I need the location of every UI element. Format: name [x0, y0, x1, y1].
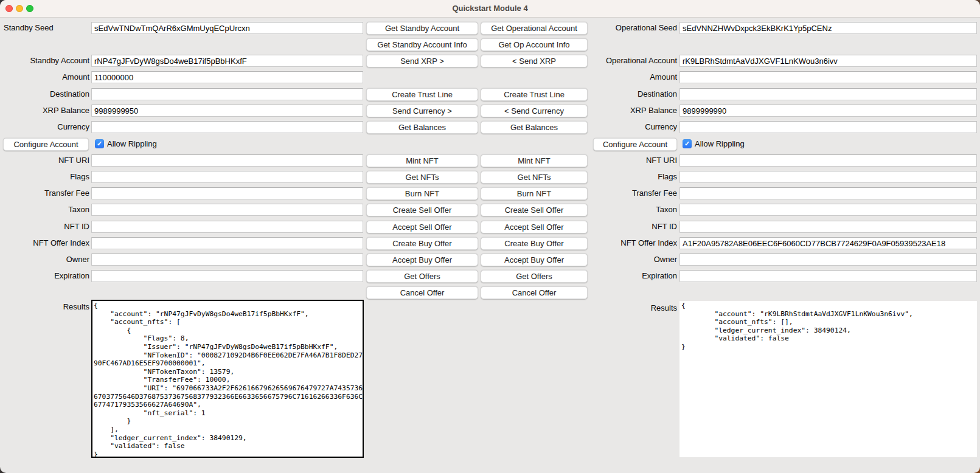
operational-expiration-label: Expiration: [578, 270, 677, 282]
standby-nft-uri-label: NFT URI: [0, 154, 89, 167]
standby-results-label: Results: [0, 301, 89, 313]
standby-seed-input[interactable]: [91, 22, 363, 34]
operational-nft-uri-input[interactable]: [679, 154, 977, 167]
operational-transfer-fee-label: Transfer Fee: [578, 187, 677, 199]
allow-rippling-operational-label: Allow Rippling: [695, 138, 745, 150]
get-offers-standby-button[interactable]: Get Offers: [366, 270, 478, 283]
get-operational-account-button[interactable]: Get Operational Account: [481, 22, 588, 35]
operational-flags-input[interactable]: [679, 171, 977, 183]
window-title: Quickstart Module 4: [0, 0, 980, 17]
titlebar: Quickstart Module 4: [0, 0, 980, 18]
operational-taxon-input[interactable]: [679, 204, 977, 216]
operational-account-label: Operational Account: [578, 55, 677, 67]
operational-currency-label: Currency: [578, 121, 677, 133]
standby-xrp-balance-input[interactable]: [91, 105, 363, 117]
operational-amount-input[interactable]: [679, 71, 977, 83]
operational-currency-input[interactable]: [679, 121, 977, 133]
mint-nft-standby-button[interactable]: Mint NFT: [366, 154, 478, 167]
create-buy-offer-operational-button[interactable]: Create Buy Offer: [481, 237, 588, 250]
configure-account-standby-button[interactable]: Configure Account: [3, 138, 89, 151]
get-nfts-standby-button[interactable]: Get NFTs: [366, 171, 478, 184]
standby-amount-input[interactable]: [91, 71, 363, 83]
operational-results-text[interactable]: { "account": "rK9LBRhStdmtAaVdJXGVF1LnKW…: [679, 301, 977, 457]
burn-nft-operational-button[interactable]: Burn NFT: [481, 187, 588, 200]
operational-results-label: Results: [578, 302, 677, 314]
standby-nft-offer-index-label: NFT Offer Index: [0, 237, 89, 249]
operational-account-input[interactable]: [679, 55, 977, 67]
accept-buy-offer-operational-button[interactable]: Accept Buy Offer: [481, 254, 588, 266]
operational-seed-input[interactable]: [679, 22, 977, 34]
standby-currency-input[interactable]: [91, 121, 363, 133]
standby-account-input[interactable]: [91, 55, 363, 67]
send-currency-standby-button[interactable]: Send Currency >: [366, 105, 478, 117]
accept-sell-offer-operational-button[interactable]: Accept Sell Offer: [481, 221, 588, 233]
standby-seed-label: Standby Seed: [0, 22, 93, 34]
get-balances-operational-button[interactable]: Get Balances: [481, 121, 588, 134]
accept-sell-offer-standby-button[interactable]: Accept Sell Offer: [366, 221, 478, 233]
get-op-account-info-button[interactable]: Get Op Account Info: [481, 38, 588, 51]
cancel-offer-operational-button[interactable]: Cancel Offer: [481, 286, 588, 299]
standby-taxon-label: Taxon: [0, 204, 89, 216]
burn-nft-standby-button[interactable]: Burn NFT: [366, 187, 478, 200]
standby-flags-input[interactable]: [91, 171, 363, 183]
get-standby-account-button[interactable]: Get Standby Account: [366, 22, 478, 35]
standby-nft-uri-input[interactable]: [91, 154, 363, 167]
send-xrp-standby-button[interactable]: Send XRP >: [366, 55, 478, 67]
cancel-offer-standby-button[interactable]: Cancel Offer: [366, 286, 478, 299]
standby-nft-id-label: NFT ID: [0, 221, 89, 233]
standby-xrp-balance-label: XRP Balance: [0, 105, 89, 117]
standby-owner-label: Owner: [0, 254, 89, 266]
operational-flags-label: Flags: [578, 171, 677, 183]
operational-nft-id-input[interactable]: [679, 221, 977, 233]
operational-taxon-label: Taxon: [578, 204, 677, 216]
standby-destination-input[interactable]: [91, 88, 363, 100]
standby-results-text[interactable]: { "account": "rNP47gJFvDyW8gsDo4weB17if5…: [91, 300, 364, 458]
standby-currency-label: Currency: [0, 121, 89, 133]
mint-nft-operational-button[interactable]: Mint NFT: [481, 154, 588, 167]
create-buy-offer-standby-button[interactable]: Create Buy Offer: [366, 237, 478, 250]
standby-transfer-fee-label: Transfer Fee: [0, 187, 89, 199]
get-offers-operational-button[interactable]: Get Offers: [481, 270, 588, 283]
get-balances-standby-button[interactable]: Get Balances: [366, 121, 478, 134]
operational-destination-label: Destination: [578, 88, 677, 100]
allow-rippling-operational-checkbox[interactable]: [683, 139, 692, 148]
operational-seed-label: Operational Seed: [578, 22, 677, 34]
send-currency-operational-button[interactable]: < Send Currency: [481, 105, 588, 117]
standby-nft-offer-index-input[interactable]: [91, 237, 363, 249]
create-sell-offer-operational-button[interactable]: Create Sell Offer: [481, 204, 588, 216]
standby-taxon-input[interactable]: [91, 204, 363, 216]
operational-destination-input[interactable]: [679, 88, 977, 100]
standby-flags-label: Flags: [0, 171, 89, 183]
standby-account-label: Standby Account: [0, 55, 89, 67]
app-window: Quickstart Module 4 Standby Seed Standby…: [0, 0, 980, 473]
get-nfts-operational-button[interactable]: Get NFTs: [481, 171, 588, 184]
create-trust-line-operational-button[interactable]: Create Trust Line: [481, 88, 588, 101]
send-xrp-operational-button[interactable]: < Send XRP: [481, 55, 588, 67]
operational-amount-label: Amount: [578, 71, 677, 83]
operational-xrp-balance-label: XRP Balance: [578, 105, 677, 117]
standby-nft-id-input[interactable]: [91, 221, 363, 233]
standby-expiration-input[interactable]: [91, 270, 363, 282]
operational-owner-input[interactable]: [679, 254, 977, 266]
operational-xrp-balance-input[interactable]: [679, 105, 977, 117]
standby-expiration-label: Expiration: [0, 270, 89, 282]
operational-nft-id-label: NFT ID: [578, 221, 677, 233]
operational-expiration-input[interactable]: [679, 270, 977, 282]
operational-owner-label: Owner: [578, 254, 677, 266]
allow-rippling-standby-checkbox[interactable]: [95, 139, 104, 148]
accept-buy-offer-standby-button[interactable]: Accept Buy Offer: [366, 254, 478, 266]
operational-transfer-fee-input[interactable]: [679, 187, 977, 199]
create-trust-line-standby-button[interactable]: Create Trust Line: [366, 88, 478, 101]
operational-nft-uri-label: NFT URI: [578, 154, 677, 167]
standby-destination-label: Destination: [0, 88, 89, 100]
get-standby-account-info-button[interactable]: Get Standby Account Info: [366, 38, 478, 51]
configure-account-operational-button[interactable]: Configure Account: [593, 138, 677, 151]
allow-rippling-standby-label: Allow Rippling: [107, 138, 157, 150]
create-sell-offer-standby-button[interactable]: Create Sell Offer: [366, 204, 478, 216]
standby-transfer-fee-input[interactable]: [91, 187, 363, 199]
standby-owner-input[interactable]: [91, 254, 363, 266]
operational-nft-offer-index-label: NFT Offer Index: [578, 237, 677, 249]
standby-amount-label: Amount: [0, 71, 89, 83]
operational-nft-offer-index-input[interactable]: [679, 237, 977, 249]
